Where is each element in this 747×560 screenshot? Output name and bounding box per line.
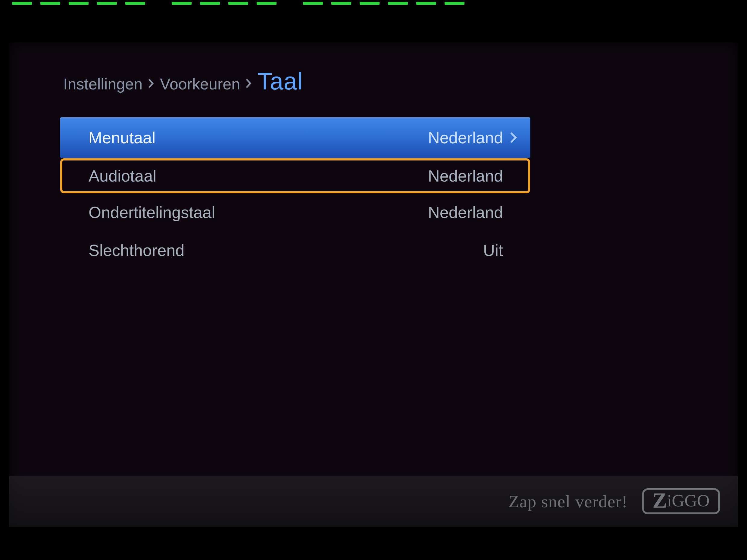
menu-item-label: Menutaal (88, 128, 428, 147)
menu-item-label: Slechthorend (88, 241, 483, 260)
menu-item-label: Ondertitelingstaal (88, 203, 428, 221)
menu-item-menutaal[interactable]: Menutaal Nederland (60, 117, 530, 158)
chevron-right-icon (149, 79, 154, 88)
language-menu: Menutaal Nederland Audiotaal Nederland O… (60, 117, 530, 269)
footer-text: Zap snel verder! (509, 491, 628, 511)
menu-item-slechthorend[interactable]: Slechthorend Uit (60, 231, 530, 269)
top-dashes (12, 2, 747, 8)
ziggo-logo: ZiGGO (642, 488, 720, 514)
settings-panel (9, 42, 738, 527)
brand-label: iGGO (667, 492, 710, 509)
menu-item-label: Audiotaal (88, 166, 428, 185)
chevron-right-icon (506, 132, 517, 143)
breadcrumb-current: Taal (258, 69, 303, 93)
menu-item-value: Nederland (428, 203, 506, 221)
menu-item-ondertitelingstaal[interactable]: Ondertitelingstaal Nederland (60, 193, 530, 231)
footer-bar: Zap snel verder! ZiGGO (9, 476, 738, 527)
bottom-black-bar (0, 527, 747, 560)
chevron-right-icon (246, 79, 252, 88)
menu-item-value: Nederland (428, 166, 506, 185)
menu-item-audiotaal[interactable]: Audiotaal Nederland (60, 158, 530, 193)
breadcrumb-item[interactable]: Voorkeuren (160, 75, 240, 93)
menu-item-value: Uit (483, 241, 506, 260)
breadcrumb-item[interactable]: Instellingen (63, 75, 143, 93)
menu-item-value: Nederland (428, 128, 506, 147)
breadcrumb: Instellingen Voorkeuren Taal (63, 69, 303, 93)
